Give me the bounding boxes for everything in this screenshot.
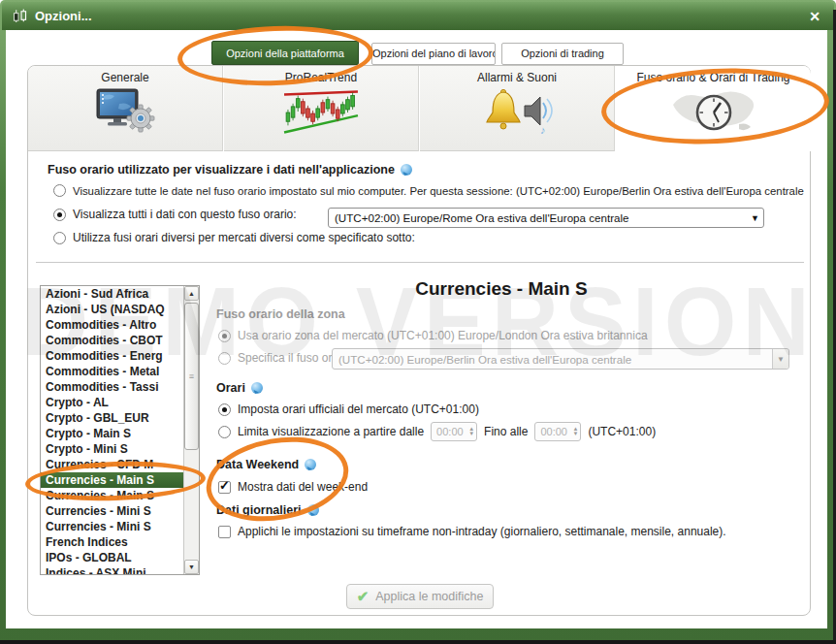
timezone-combobox-value: (UTC+02:00) Europe/Rome Ora estiva dell'… [335,211,747,224]
radio-custom-tz[interactable] [53,209,66,221]
list-item[interactable]: Commodities - Metal [41,364,183,379]
window-shadow [0,640,836,644]
monitor-gear-icon [94,86,156,135]
apply-changes-button[interactable]: ✔ Applica le modifiche [346,584,494,609]
list-item[interactable]: Currencies - Mini S [41,519,183,534]
checkbox-apply-non-intraday[interactable]: ✓ [218,526,231,538]
chevron-down-icon[interactable]: ▼ [772,349,788,369]
radio-zone-specify[interactable] [218,352,231,365]
tab-prorealtrend[interactable]: ProRealTrend [224,66,419,151]
spinner-down-icon[interactable]: ▼ [468,432,474,436]
apply-changes-label: Applica le modifiche [375,590,483,603]
time-to-stepper[interactable]: 00:00 ▲ ▼ [534,422,581,441]
scrollbar[interactable]: ▲ ≡ ▼ [183,286,199,574]
tab-fuso-orario-label: Fuso orario & Orari di Trading [616,66,811,84]
list-item[interactable]: Azioni - US (NASDAQ [41,302,183,317]
checkbox-row-weekend: ✓ Mostra dati del week-end [218,480,368,494]
help-balloon-icon[interactable] [401,164,412,176]
until-label: Fino alle [484,425,528,438]
radio-computer-tz-label: Visualizzare tutte le date nel fuso orar… [73,185,804,197]
time-to-value: 00:00 [540,426,572,437]
list-item[interactable]: IPOs - GLOBAL [41,550,183,565]
list-item[interactable]: Crypto - Mini S [41,441,183,457]
checkbox-apply-non-intraday-label: Applichi le impostazioni su timeframe no… [238,525,726,538]
weekend-header: Data Weekend [216,458,316,471]
radio-zone-market[interactable] [218,330,231,342]
zone-tz-combobox[interactable]: (UTC+02:00) Europe/Berlin Ora estiva del… [332,348,789,370]
candlestick-trend-icon [282,86,360,137]
list-item[interactable]: Crypto - GBL_EUR [41,410,183,426]
tab-prorealtrend-label: ProRealTrend [224,66,418,84]
help-balloon-icon[interactable] [251,382,263,394]
tab-allarmi-suoni[interactable]: Allarmi & Suoni ♪ [420,66,615,151]
radio-row-computer-tz: Visualizzare tutte le date nel fuso orar… [53,184,804,197]
chevron-down-icon: ▼ [747,213,759,223]
market-panel-title: Currencies - Main S [203,278,800,300]
tab-opzioni-piattaforma[interactable]: Opzioni della piattaforma [211,41,359,65]
zone-tz-combobox-value: (UTC+02:00) Europe/Berlin Ora estiva del… [338,353,772,366]
list-item[interactable]: Azioni - Sud Africa [41,286,183,302]
radio-limit-hours[interactable] [218,426,231,438]
checkbox-show-weekend-label: Mostra dati del week-end [238,480,368,494]
platform-options-panel: Generale [27,65,811,616]
radio-official-hours[interactable] [218,403,231,416]
radio-row-official-hours: Imposta orari ufficiali del mercato (UTC… [218,402,479,416]
dialog-content: Opzioni della piattaforma Opzioni del pi… [6,30,827,628]
list-item[interactable]: Currencies - Mini S [41,503,183,519]
list-item[interactable]: Commodities - Altro [41,317,183,333]
radio-limit-hours-label: Limita visualizzazione a partire dalle [238,425,424,438]
scrollbar-grip-icon: ≡ [189,371,194,381]
zone-header: Fuso orario della zona [216,307,345,321]
check-icon: ✓ [219,478,230,493]
market-list-items: Azioni - Sud AfricaAzioni - US (NASDAQCo… [41,286,183,574]
market-listbox: Azioni - Sud AfricaAzioni - US (NASDAQCo… [40,285,200,575]
daily-header-text: Dati giornalieri [216,503,302,517]
zone-header-text: Fuso orario della zona [216,307,345,321]
tab-opzioni-piano-lavoro[interactable]: Opzioni del piano di lavoro [371,43,496,65]
tab-generale-label: Generale [28,66,222,84]
list-item[interactable]: Crypto - Main S [41,426,183,441]
scroll-down-icon[interactable]: ▼ [184,560,199,574]
close-button[interactable]: ✕ [805,9,824,24]
titlebar[interactable]: Opzioni... ✕ [2,2,834,30]
time-from-stepper[interactable]: 00:00 ▲ ▼ [431,422,477,441]
list-item[interactable]: Commodities - Tassi [41,379,183,395]
time-from-value: 00:00 [436,426,468,437]
help-balloon-icon[interactable] [305,459,316,470]
list-item[interactable]: French Indices [41,534,183,550]
tab-opzioni-trading[interactable]: Opzioni di trading [501,43,624,65]
tab-fuso-orario[interactable]: Fuso orario & Orari di Trading [616,66,811,151]
worldmap-clock-icon [667,85,760,138]
hours-tz-label: (UTC+01:00) [588,425,656,438]
list-item[interactable]: Commodities - CBOT [41,333,183,348]
timezone-header-text: Fuso orario utilizzato per visualizzare … [48,163,395,177]
radio-official-hours-label: Imposta orari ufficiali del mercato (UTC… [238,402,479,416]
radio-per-market-tz[interactable] [53,232,66,244]
bell-speaker-icon: ♪ [480,86,554,137]
timezone-combobox[interactable]: (UTC+02:00) Europe/Rome Ora estiva dell'… [328,208,764,228]
list-item[interactable]: Commodities - Energ [41,348,183,364]
help-balloon-icon[interactable] [307,504,319,516]
scroll-up-icon[interactable]: ▲ [184,286,199,301]
hours-header: Orari [216,381,263,395]
daily-header: Dati giornalieri [216,503,319,517]
scrollbar-thumb[interactable]: ≡ [184,303,199,450]
options-window: Opzioni... ✕ Opzioni della piattaforma O… [0,0,836,644]
list-item[interactable]: Currencies - Main S [41,488,183,503]
hours-header-text: Orari [216,381,245,395]
list-item[interactable]: Currencies - CFD M [41,457,183,472]
radio-row-per-market-tz: Utilizza fusi orari diversi per mercati … [53,231,415,244]
timezone-section-header: Fuso orario utilizzato per visualizzare … [48,163,412,177]
list-item[interactable]: Indices - ASX Mini [41,565,183,574]
svg-text:♪: ♪ [540,124,546,136]
list-item[interactable]: Currencies - Main S [41,472,183,488]
radio-custom-tz-label: Visualizza tutti i dati con questo fuso … [73,208,297,221]
tab-generale[interactable]: Generale [28,66,223,151]
radio-row-limit-hours: Limita visualizzazione a partire dalle 0… [218,421,656,442]
radio-computer-tz[interactable] [53,184,66,197]
list-item[interactable]: Crypto - AL [41,395,183,410]
radio-per-market-tz-label: Utilizza fusi orari diversi per mercati … [73,231,415,244]
radio-row-custom-tz: Visualizza tutti i dati con questo fuso … [53,208,297,221]
spinner-down-icon[interactable]: ▼ [573,432,579,436]
checkbox-show-weekend[interactable]: ✓ [218,481,231,494]
